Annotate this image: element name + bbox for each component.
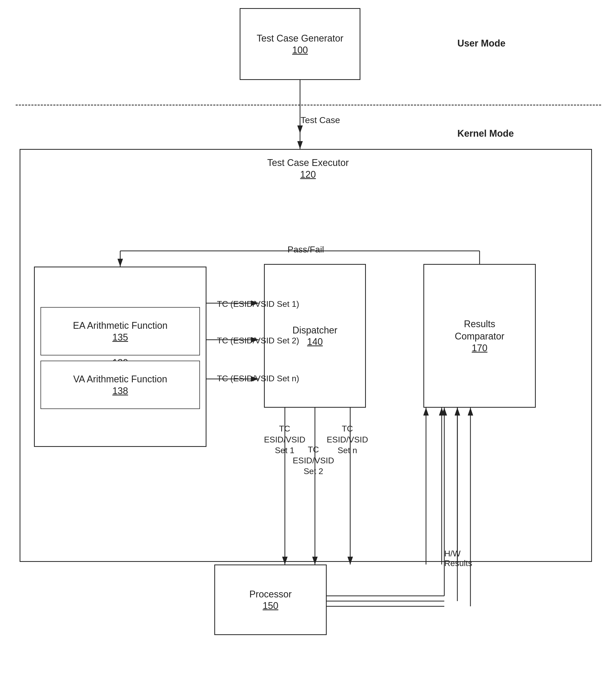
- box-results-comparator: Results Comparator 170: [423, 264, 536, 408]
- label-pass-fail: Pass/Fail: [288, 244, 324, 254]
- box-va-arithmetic: VA Arithmetic Function 138: [40, 361, 200, 409]
- box-scheduler: Scheduler 130: [34, 266, 206, 447]
- va-label: VA Arithmetic Function: [73, 373, 167, 385]
- user-mode-label: User Mode: [457, 38, 505, 49]
- dispatcher-label: Dispatcher: [293, 324, 337, 337]
- tce-label-container: Test Case Executor 120: [0, 157, 616, 180]
- va-number: 138: [112, 385, 128, 397]
- processor-number: 150: [263, 600, 278, 611]
- results-label: Results Comparator: [455, 318, 504, 343]
- label-test-case: Test Case: [301, 115, 340, 125]
- processor-label: Processor: [249, 588, 292, 600]
- label-tc-set1: TC (ESID/VSID Set 1): [217, 299, 299, 309]
- mode-separator-line: [16, 105, 601, 106]
- tcg-number: 100: [292, 45, 308, 56]
- tce-number: 120: [300, 169, 316, 180]
- tcg-label: Test Case Generator: [256, 32, 343, 45]
- label-tc-esidn: TC ESID/VSID Set n: [327, 423, 368, 456]
- label-hw-results: H/WResults: [444, 549, 472, 568]
- ea-label: EA Arithmetic Function: [73, 320, 168, 332]
- tce-label: Test Case Executor: [267, 157, 349, 168]
- diagram-container: Test Case Generator 100 User Mode Kernel…: [0, 0, 616, 674]
- label-tc-set2: TC (ESID/VSID Set 2): [217, 336, 299, 345]
- box-test-case-generator: Test Case Generator 100: [240, 8, 361, 80]
- label-tc-setn: TC (ESID/VSID Set n): [217, 374, 299, 383]
- box-processor: Processor 150: [214, 564, 327, 635]
- kernel-mode-label: Kernel Mode: [457, 128, 514, 139]
- dispatcher-number: 140: [307, 336, 323, 347]
- box-ea-arithmetic: EA Arithmetic Function 135: [40, 307, 200, 355]
- results-number: 170: [472, 343, 488, 354]
- ea-number: 135: [112, 332, 128, 343]
